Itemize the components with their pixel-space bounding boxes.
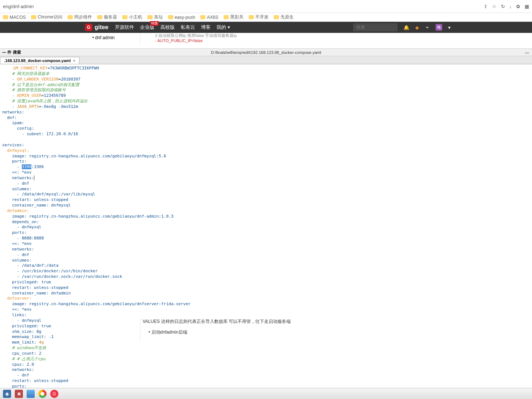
folder-icon	[31, 15, 36, 19]
folder-icon	[274, 15, 279, 19]
task-chrome-icon[interactable]	[38, 390, 47, 398]
nav-private[interactable]: 私有云	[181, 24, 195, 31]
avatar[interactable]: 梅	[436, 24, 442, 31]
avatar-caret[interactable]: ▾	[448, 25, 451, 30]
bookmark-item[interactable]: easy-push	[168, 15, 195, 20]
folder-icon	[68, 15, 73, 19]
search-input[interactable]	[353, 23, 398, 31]
folder-icon	[3, 15, 8, 19]
bookmark-item[interactable]: 服务器	[97, 14, 117, 20]
folder-icon	[168, 15, 173, 19]
code-area[interactable]: GM_CONNECT_KEY=763WXRBW3PFTC3IKPFWH # 网关…	[0, 64, 532, 399]
bookmark-item[interactable]: 同步组件	[68, 14, 92, 20]
badge-hot: 特惠	[150, 21, 159, 26]
share-icon[interactable]: ⇪	[484, 4, 488, 9]
bottom-text-1: VALUES 这样的日志则代表正在导入数据库 可以不用管，往下走启动服务端	[143, 318, 532, 325]
star-icon[interactable]: ☆	[492, 4, 497, 9]
gitee-logo-text: gitee	[95, 24, 108, 31]
bottom-peek: VALUES 这样的日志则代表正在导入数据库 可以不用管，往下走启动服务端 • …	[0, 318, 532, 341]
add-icon[interactable]: ＋	[425, 24, 430, 31]
bookmark-item[interactable]: MACOS	[3, 15, 26, 20]
gitee-logo[interactable]: G gitee	[85, 24, 108, 31]
bookmark-item[interactable]: 小主机	[122, 14, 142, 20]
folder-icon	[200, 15, 205, 19]
bookmark-item[interactable]: 无原生	[274, 14, 294, 20]
peek-comment: # 自动获取公网ip 推荐false 手动填写服务器ip	[155, 33, 532, 38]
gitee-header: G gitee 开源软件 企业版特惠 高校版 私有云 博客 我的 ▾ 🔔 ◆ ＋…	[0, 22, 532, 33]
editor-tab[interactable]: .168.123.88_docker-compose.yaml ×	[0, 57, 79, 64]
nav-opensource[interactable]: 开源软件	[115, 24, 134, 31]
editor-tabs: .168.123.88_docker-compose.yaml ×	[0, 56, 532, 64]
content-peek: dnf admin # 自动获取公网ip 推荐false 手动填写服务器ip -…	[0, 33, 532, 44]
bookmarks-bar: MACOS Chrome访问 同步组件 服务器 小主机 灰垃 easy-push…	[0, 13, 532, 22]
task-icon-1[interactable]: ◉	[3, 390, 11, 398]
bookmark-item[interactable]: Chrome访问	[31, 14, 62, 20]
bookmark-item[interactable]: 黑彩关	[224, 14, 243, 20]
bookmark-item[interactable]: 不开发	[249, 14, 269, 20]
folder-icon	[224, 15, 229, 19]
nav-enterprise[interactable]: 企业版特惠	[140, 24, 154, 31]
bottom-text-2: • 启动dnfadmin后端	[143, 329, 532, 335]
download-icon[interactable]: ↓	[509, 4, 512, 9]
editor-window: D:\finalshell\temp\edit\192.168.123.88_d…	[0, 48, 532, 317]
browser-url-bar: eng/dnf-admin ⇪ ☆ ↻ ↓ ✿ ▦	[0, 0, 532, 13]
sidebar-item[interactable]: dnf admin	[92, 35, 115, 40]
nav-mine[interactable]: 我的 ▾	[216, 24, 230, 31]
nav-edu[interactable]: 高校版	[160, 24, 175, 31]
task-icon-2[interactable]: ▣	[15, 390, 23, 398]
peek-auto-line: - AUTO_PUBLIC_IP=false	[155, 38, 532, 43]
bookmark-item[interactable]: AX6S	[200, 15, 218, 20]
task-icon-5[interactable]: G	[50, 390, 58, 398]
bookmark-item[interactable]: 灰垃	[147, 14, 163, 20]
folder-icon	[249, 15, 254, 19]
task-icon-3[interactable]	[27, 390, 35, 398]
ext-icon[interactable]: ▦	[525, 4, 529, 9]
gitee-logo-icon: G	[85, 24, 92, 31]
activity-icon[interactable]: ◆	[415, 25, 419, 30]
nav-blog[interactable]: 博客	[201, 24, 211, 31]
folder-icon	[122, 15, 127, 19]
tab-close-icon[interactable]: ×	[73, 58, 75, 63]
taskbar: ◉ ▣ G	[0, 388, 532, 399]
folder-icon	[147, 15, 153, 19]
editor-titlebar: D:\finalshell\temp\edit\192.168.123.88_d…	[0, 49, 532, 56]
tab-label: .168.123.88_docker-compose.yaml	[4, 58, 71, 63]
url-display[interactable]: eng/dnf-admin	[3, 4, 484, 9]
bell-icon[interactable]: 🔔	[403, 25, 409, 30]
editor-filepath: D:\finalshell\temp\edit\192.168.123.88_d…	[0, 50, 532, 55]
puzzle-icon[interactable]: ✿	[516, 4, 520, 9]
folder-icon	[97, 15, 102, 19]
refresh-icon[interactable]: ↻	[501, 4, 505, 9]
